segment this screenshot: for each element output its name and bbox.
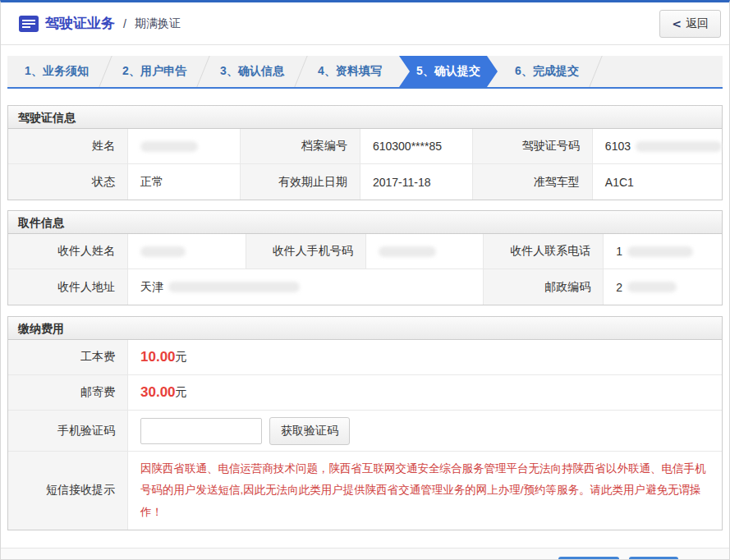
- sms-notice-text: 因陕西省联通、电信运营商技术问题，陕西省互联网交通安全综合服务管理平台无法向持陕…: [140, 452, 722, 530]
- step-2-user-declaration: 2、用户申告: [105, 56, 204, 87]
- step-3-confirm-info: 3、确认信息: [203, 56, 301, 87]
- name-label: 姓名: [8, 129, 128, 164]
- page-header: 驾驶证业务 / 期满换证 < 返回: [1, 2, 729, 45]
- sms-notice-label: 短信接收提示: [8, 452, 128, 530]
- step-5-confirm-submit-active: 5、确认提交: [399, 56, 498, 87]
- production-fee-label: 工本费: [8, 340, 128, 375]
- mailing-fee-amount: 30.00: [140, 384, 176, 401]
- sms-code-input[interactable]: [140, 418, 262, 444]
- redacted-value: [379, 246, 436, 257]
- license-number-value: 6103: [593, 129, 722, 164]
- sms-code-row: 获取验证码: [128, 411, 722, 452]
- production-fee-unit: 元: [176, 350, 187, 365]
- section-title-fees: 缴纳费用: [8, 317, 722, 340]
- name-value: [128, 129, 241, 164]
- get-sms-code-button[interactable]: 获取验证码: [269, 417, 350, 445]
- breadcrumb-current: 期满换证: [135, 16, 181, 31]
- section-fees: 缴纳费用 工本费 10.00元 邮寄费 30.00元 手机验证码 获取验证码 短…: [7, 316, 723, 530]
- page-title: 驾驶证业务: [45, 14, 115, 33]
- step-4-fill-data: 4、资料填写: [301, 56, 399, 87]
- sms-code-label: 手机验证码: [8, 411, 128, 452]
- recipient-phone-label: 收件人联系电话: [484, 234, 604, 269]
- redacted-value: [168, 282, 300, 292]
- redacted-value: [140, 246, 186, 257]
- expiry-label: 有效期止日期: [241, 164, 360, 200]
- page: 驾驶证业务 / 期满换证 < 返回 1、业务须知 2、用户申告 3、确认信息 4…: [0, 0, 730, 560]
- mailing-fee-label: 邮寄费: [8, 375, 128, 411]
- section-title-license: 驾驶证信息: [8, 106, 722, 129]
- recipient-name-label: 收件人姓名: [8, 234, 128, 269]
- finish-button[interactable]: 完成: [629, 557, 678, 560]
- steps-filler: [595, 56, 723, 87]
- license-card-icon: [19, 16, 39, 32]
- file-number-label: 档案编号: [241, 129, 360, 164]
- redacted-value: [140, 141, 198, 152]
- chevron-left-icon: <: [672, 17, 682, 30]
- redacted-value: [627, 246, 693, 257]
- section-pickup-info: 取件信息 收件人姓名 收件人手机号码 收件人联系电话 1 收件人地址 天津 邮政…: [7, 210, 723, 305]
- status-value: 正常: [128, 164, 241, 200]
- recipient-phone-value: 1: [604, 234, 722, 269]
- step-1-business-notice: 1、业务须知: [7, 56, 106, 87]
- license-number-label: 驾驶证号码: [473, 129, 593, 164]
- footer-action-bar: 上一步 完成: [1, 548, 729, 560]
- step-6-finish-submit: 6、完成提交: [498, 56, 596, 87]
- vehicle-class-label: 准驾车型: [473, 164, 593, 200]
- vehicle-class-value: A1C1: [593, 164, 722, 200]
- redacted-value: [636, 141, 722, 152]
- breadcrumb-separator: /: [123, 17, 126, 30]
- mailing-fee-value: 30.00元: [128, 375, 722, 411]
- recipient-mobile-label: 收件人手机号码: [246, 234, 366, 269]
- section-title-pickup: 取件信息: [8, 211, 722, 234]
- wizard-steps: 1、业务须知 2、用户申告 3、确认信息 4、资料填写 5、确认提交 6、完成提…: [7, 56, 723, 89]
- mailing-fee-unit: 元: [176, 385, 187, 400]
- recipient-address-value: 天津: [128, 269, 484, 305]
- redacted-value: [627, 282, 677, 292]
- back-button[interactable]: < 返回: [659, 10, 721, 38]
- production-fee-amount: 10.00: [140, 349, 176, 365]
- recipient-address-label: 收件人地址: [8, 269, 128, 305]
- recipient-name-value: [128, 234, 246, 269]
- production-fee-value: 10.00元: [128, 340, 722, 375]
- status-label: 状态: [8, 164, 128, 200]
- back-button-label: 返回: [686, 16, 709, 31]
- file-number-value: 610300****85: [360, 129, 473, 164]
- previous-step-button[interactable]: 上一步: [558, 557, 619, 560]
- sms-notice-cell: 因陕西省联通、电信运营商技术问题，陕西省互联网交通安全综合服务管理平台无法向持陕…: [128, 452, 722, 530]
- expiry-value: 2017-11-18: [360, 164, 473, 200]
- recipient-mobile-value: [366, 234, 484, 269]
- section-license-info: 驾驶证信息 姓名 档案编号 610300****85 驾驶证号码 6103 状态…: [7, 105, 723, 200]
- zip-code-label: 邮政编码: [484, 269, 604, 305]
- zip-code-value: 2: [604, 269, 722, 305]
